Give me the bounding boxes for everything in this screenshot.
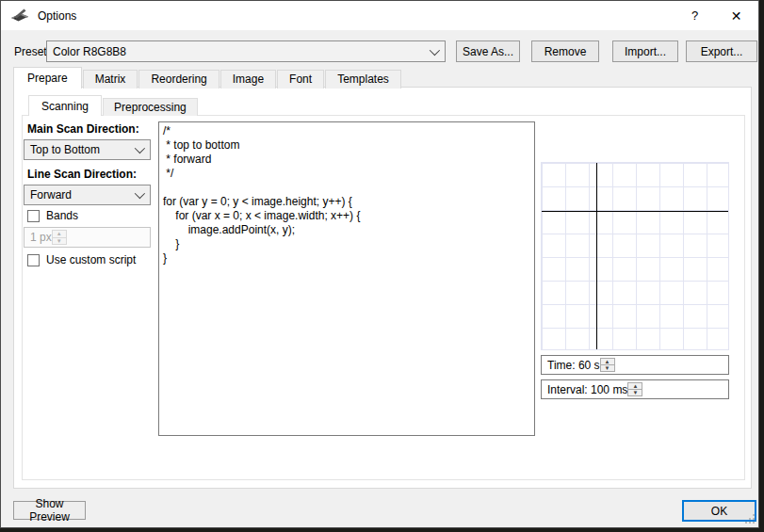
spin-up-icon[interactable]: ▲ [53, 231, 66, 238]
line-scan-direction-combobox[interactable]: Forward [24, 185, 151, 205]
use-custom-script-checkbox[interactable]: Use custom script [27, 253, 136, 266]
tab-templates[interactable]: Templates [325, 70, 401, 89]
remove-button[interactable]: Remove [531, 40, 599, 62]
scan-preview-grid [541, 162, 729, 350]
spin-down-icon[interactable]: ▼ [628, 390, 642, 395]
line-scan-direction-label: Line Scan Direction: [27, 168, 137, 181]
interval-spinner[interactable]: Interval: 100 ms ▲ ▼ [541, 379, 729, 399]
spinner-buttons[interactable]: ▲ ▼ [627, 382, 642, 396]
app-icon [10, 8, 29, 24]
spin-up-icon[interactable]: ▲ [601, 359, 614, 365]
window-title: Options [38, 9, 76, 23]
resize-grip[interactable] [745, 514, 755, 524]
desktop-background: Options ? ✕ Preset: Color R8G8B8 Save As… [0, 0, 764, 532]
use-custom-script-label: Use custom script [46, 253, 136, 266]
tab-scanning[interactable]: Scanning [28, 95, 102, 116]
preset-label: Preset: [14, 45, 50, 58]
close-icon[interactable]: ✕ [715, 1, 757, 30]
checkbox-icon [27, 254, 40, 266]
help-button[interactable]: ? [674, 1, 716, 30]
interval-value: Interval: 100 ms [547, 383, 627, 396]
tab-prepare[interactable]: Prepare [13, 67, 82, 89]
tab-image[interactable]: Image [220, 70, 276, 89]
preset-combobox[interactable]: Color R8G8B8 [46, 40, 446, 62]
bands-size-value: 1 px [30, 231, 52, 244]
chevron-down-icon [135, 143, 145, 153]
time-spinner[interactable]: Time: 60 s ▲ ▼ [541, 355, 729, 375]
show-preview-button[interactable]: Show Preview [13, 501, 86, 520]
chevron-down-icon [430, 44, 440, 55]
chevron-down-icon [135, 188, 145, 199]
tab-reordering[interactable]: Reordering [138, 70, 219, 89]
tab-matrix[interactable]: Matrix [83, 70, 138, 89]
scan-horizontal-axis-line [542, 211, 728, 212]
scan-script-editor[interactable]: /* * top to bottom * forward */ for (var… [158, 121, 535, 436]
tab-font[interactable]: Font [277, 70, 324, 89]
main-scan-direction-label: Main Scan Direction: [27, 122, 139, 136]
main-scan-direction-value: Top to Bottom [30, 143, 100, 156]
spinner-buttons[interactable]: ▲ ▼ [52, 230, 67, 245]
bands-size-spinner[interactable]: 1 px ▲ ▼ [24, 227, 151, 248]
tab-preprocessing[interactable]: Preprocessing [103, 98, 198, 116]
main-scan-direction-combobox[interactable]: Top to Bottom [24, 139, 151, 160]
spin-up-icon[interactable]: ▲ [628, 383, 642, 390]
spin-down-icon[interactable]: ▼ [601, 365, 614, 371]
spinner-buttons[interactable]: ▲ ▼ [600, 358, 615, 372]
bands-checkbox[interactable]: Bands [27, 209, 78, 222]
title-bar: Options ? ✕ [1, 1, 758, 30]
import-button[interactable]: Import... [612, 40, 678, 62]
preset-value: Color R8G8B8 [53, 45, 126, 58]
main-tab-strip: Prepare Matrix Reordering Image Font Tem… [13, 67, 402, 89]
sub-tab-strip: Scanning Preprocessing [28, 95, 199, 116]
line-scan-direction-value: Forward [30, 188, 72, 202]
scan-script-code: /* * top to bottom * forward */ for (var… [159, 122, 534, 267]
bands-label: Bands [46, 209, 78, 222]
time-value: Time: 60 s [547, 359, 600, 372]
checkbox-icon [27, 210, 40, 222]
export-button[interactable]: Export... [686, 40, 757, 62]
spin-down-icon[interactable]: ▼ [53, 238, 66, 245]
scan-vertical-axis-line [596, 163, 597, 349]
options-dialog: Options ? ✕ Preset: Color R8G8B8 Save As… [0, 0, 759, 528]
save-as-button[interactable]: Save As... [456, 40, 520, 62]
